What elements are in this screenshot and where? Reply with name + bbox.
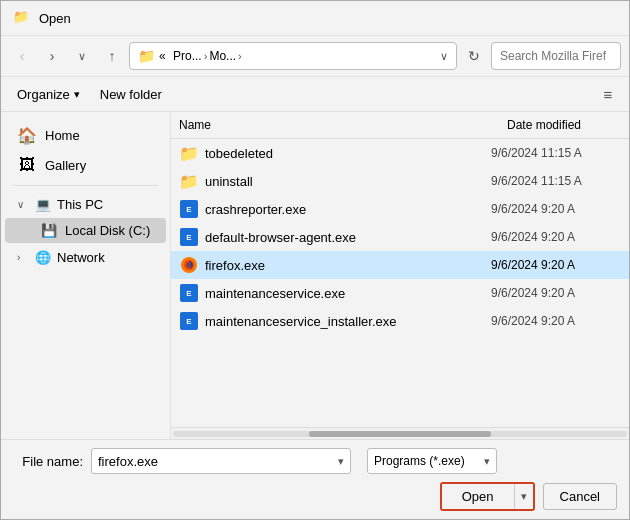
open-button[interactable]: Open xyxy=(442,484,514,509)
action-bar: Organize ▾ New folder ≡ xyxy=(1,77,629,112)
sidebar: 🏠 Home 🖼 Gallery ∨ 💻 This PC 💾 Local Dis… xyxy=(1,112,171,439)
file-name: maintenanceservice_installer.exe xyxy=(205,314,491,329)
sidebar-item-gallery[interactable]: 🖼 Gallery xyxy=(5,151,166,179)
address-part3: Mo... xyxy=(209,49,236,63)
folder-icon: 📁 xyxy=(179,143,199,163)
svg-point-2 xyxy=(186,262,192,268)
file-name: firefox.exe xyxy=(205,258,491,273)
refresh-button[interactable]: ↻ xyxy=(461,43,487,69)
exe-icon: E xyxy=(179,283,199,303)
file-date: 9/6/2024 9:20 A xyxy=(491,202,621,216)
file-date: 9/6/2024 11:15 A xyxy=(491,174,621,188)
address-folder-icon: 📁 xyxy=(138,48,155,64)
filetype-value: Programs (*.exe) xyxy=(374,454,480,468)
table-row[interactable]: E crashreporter.exe 9/6/2024 9:20 A xyxy=(171,195,629,223)
file-name: tobedeleted xyxy=(205,146,491,161)
network-expand-arrow: › xyxy=(17,252,29,263)
sidebar-group-this-pc: ∨ 💻 This PC 💾 Local Disk (C:) xyxy=(1,192,170,243)
sidebar-local-disk-label: Local Disk (C:) xyxy=(65,223,150,238)
file-date: 9/6/2024 9:20 A xyxy=(491,314,621,328)
address-chevron2: › xyxy=(238,50,242,62)
filename-dropdown-arrow[interactable]: ▾ xyxy=(338,455,344,468)
gallery-icon: 🖼 xyxy=(17,156,37,174)
file-date: 9/6/2024 9:20 A xyxy=(491,258,621,272)
view-button[interactable]: ≡ xyxy=(595,81,621,107)
sidebar-item-network[interactable]: › 🌐 Network xyxy=(5,245,166,270)
file-name: uninstall xyxy=(205,174,491,189)
toolbar: ‹ › ∨ ↑ 📁 « Pro... › Mo... › ∨ ↻ xyxy=(1,36,629,77)
column-header-name[interactable]: Name xyxy=(171,116,499,134)
organize-button[interactable]: Organize ▾ xyxy=(9,84,88,105)
sidebar-item-local-disk[interactable]: 💾 Local Disk (C:) xyxy=(5,218,166,243)
back-button[interactable]: ‹ xyxy=(9,43,35,69)
exe-icon: E xyxy=(179,311,199,331)
open-dialog: 📁 Open ‹ › ∨ ↑ 📁 « Pro... › Mo... › ∨ ↻ … xyxy=(0,0,630,520)
new-folder-button[interactable]: New folder xyxy=(92,84,170,105)
column-header-date[interactable]: Date modified xyxy=(499,116,629,134)
this-pc-icon: 💻 xyxy=(35,197,51,212)
forward-button[interactable]: › xyxy=(39,43,65,69)
organize-chevron: ▾ xyxy=(74,88,80,101)
local-disk-icon: 💾 xyxy=(41,223,57,238)
table-row[interactable]: 📁 uninstall 9/6/2024 11:15 A xyxy=(171,167,629,195)
filetype-select-wrapper[interactable]: Programs (*.exe) ▾ xyxy=(367,448,497,474)
filename-row: File name: firefox.exe ▾ Programs (*.exe… xyxy=(13,448,617,474)
filename-input-wrapper[interactable]: firefox.exe ▾ xyxy=(91,448,351,474)
file-name: default-browser-agent.exe xyxy=(205,230,491,245)
open-button-arrow[interactable]: ▾ xyxy=(514,484,533,509)
cancel-button[interactable]: Cancel xyxy=(543,483,617,510)
address-text: « Pro... › Mo... › xyxy=(159,49,242,63)
filename-label: File name: xyxy=(13,454,83,469)
file-date: 9/6/2024 11:15 A xyxy=(491,146,621,160)
table-row[interactable]: 📁 tobedeleted 9/6/2024 11:15 A xyxy=(171,139,629,167)
file-name: maintenanceservice.exe xyxy=(205,286,491,301)
dropdown-button[interactable]: ∨ xyxy=(69,43,95,69)
organize-label: Organize xyxy=(17,87,70,102)
sidebar-separator xyxy=(13,185,158,186)
file-list-header: Name Date modified xyxy=(171,112,629,139)
scrollbar-track xyxy=(173,431,627,437)
sidebar-this-pc-label: This PC xyxy=(57,197,103,212)
horizontal-scrollbar[interactable] xyxy=(171,427,629,439)
folder-icon: 📁 xyxy=(179,171,199,191)
file-name: crashreporter.exe xyxy=(205,202,491,217)
file-date: 9/6/2024 9:20 A xyxy=(491,286,621,300)
title-bar-icon: 📁 xyxy=(13,9,31,27)
file-list: 📁 tobedeleted 9/6/2024 11:15 A 📁 uninsta… xyxy=(171,139,629,427)
home-icon: 🏠 xyxy=(17,126,37,145)
exe-icon: E xyxy=(179,227,199,247)
title-bar-text: Open xyxy=(39,11,71,26)
table-row[interactable]: E maintenanceservice_installer.exe 9/6/2… xyxy=(171,307,629,335)
address-bar[interactable]: 📁 « Pro... › Mo... › ∨ xyxy=(129,42,457,70)
address-part1: « xyxy=(159,49,166,63)
file-date: 9/6/2024 9:20 A xyxy=(491,230,621,244)
address-chevron1: › xyxy=(204,50,208,62)
sidebar-item-this-pc[interactable]: ∨ 💻 This PC xyxy=(5,192,166,217)
bottom-bar: File name: firefox.exe ▾ Programs (*.exe… xyxy=(1,439,629,519)
title-bar: 📁 Open xyxy=(1,1,629,36)
firefox-icon xyxy=(179,255,199,275)
table-row[interactable]: firefox.exe 9/6/2024 9:20 A xyxy=(171,251,629,279)
table-row[interactable]: E maintenanceservice.exe 9/6/2024 9:20 A xyxy=(171,279,629,307)
filetype-dropdown-arrow[interactable]: ▾ xyxy=(484,455,490,468)
address-dropdown-arrow[interactable]: ∨ xyxy=(440,50,448,63)
scrollbar-thumb xyxy=(309,431,491,437)
sidebar-gallery-label: Gallery xyxy=(45,158,86,173)
sidebar-home-label: Home xyxy=(45,128,80,143)
sidebar-item-home[interactable]: 🏠 Home xyxy=(5,121,166,150)
new-folder-label: New folder xyxy=(100,87,162,102)
file-list-container: Name Date modified 📁 tobedeleted 9/6/202… xyxy=(171,112,629,439)
up-button[interactable]: ↑ xyxy=(99,43,125,69)
this-pc-expand-arrow: ∨ xyxy=(17,199,29,210)
address-part2: Pro... xyxy=(173,49,202,63)
network-icon: 🌐 xyxy=(35,250,51,265)
main-content: 🏠 Home 🖼 Gallery ∨ 💻 This PC 💾 Local Dis… xyxy=(1,112,629,439)
open-button-group: Open ▾ xyxy=(440,482,535,511)
search-input[interactable] xyxy=(491,42,621,70)
exe-icon: E xyxy=(179,199,199,219)
filename-value: firefox.exe xyxy=(98,454,334,469)
view-controls: ≡ xyxy=(595,81,621,107)
table-row[interactable]: E default-browser-agent.exe 9/6/2024 9:2… xyxy=(171,223,629,251)
button-row: Open ▾ Cancel xyxy=(13,482,617,511)
sidebar-network-label: Network xyxy=(57,250,105,265)
